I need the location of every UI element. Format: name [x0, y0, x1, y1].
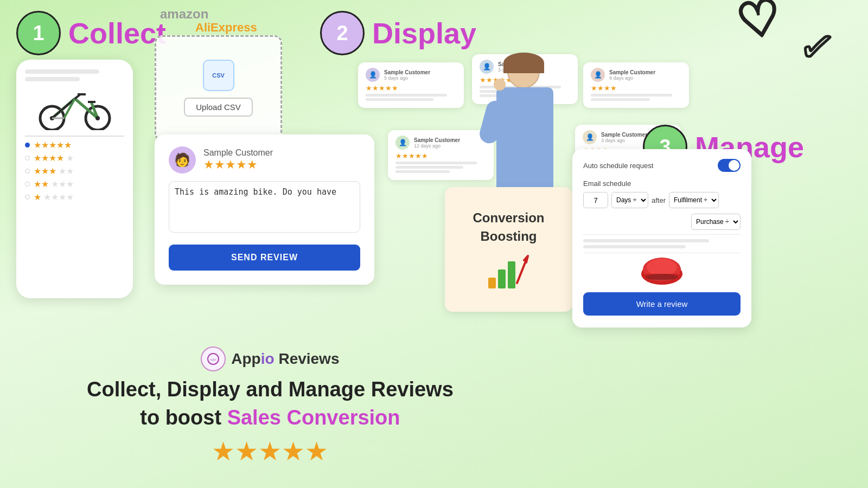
purchase-row: Purchase ÷: [583, 214, 741, 230]
dot-empty-2: [25, 169, 30, 174]
rc3-name: Sample Customer: [609, 69, 655, 75]
rc1-avatar: 👤: [366, 68, 380, 82]
fulfillment-select[interactable]: Fulfilment ÷: [669, 192, 719, 208]
days-input[interactable]: [583, 192, 608, 208]
dot-blue: [25, 143, 30, 147]
review-form-card: 🧑 Sample Customer ★★★★★ This is amazing …: [155, 134, 374, 285]
panel-divider-1: [583, 234, 741, 235]
step-1-circle: 1: [16, 11, 61, 55]
dot-empty-3: [25, 182, 30, 187]
toggle-knob: [729, 160, 739, 171]
write-review-button[interactable]: Write a review: [583, 292, 741, 316]
stars-row-2: ★★★★★: [25, 153, 124, 163]
logo-reviews: Reviews: [275, 350, 340, 367]
panel-divider-2: [583, 253, 741, 253]
deco-heart-icon: ♡: [733, 0, 785, 47]
days-select[interactable]: Days ÷: [611, 192, 648, 208]
svg-rect-13: [488, 278, 496, 288]
rc1-time: 5 days ago: [384, 75, 430, 81]
star-3: ★★★: [34, 166, 56, 176]
app-logo-icon: </>: [201, 346, 226, 371]
star-2: ★★★★: [34, 153, 64, 163]
bottom-section: </> Appio Reviews Collect, Display and M…: [87, 346, 454, 466]
step-2-circle: 2: [320, 11, 365, 55]
csv-file-icon: CSV: [212, 72, 225, 79]
svg-rect-14: [498, 269, 506, 288]
logo-svg: </>: [207, 353, 219, 365]
manage-panel: Auto schedule request Email schedule Day…: [572, 149, 751, 328]
panel-lines: [583, 239, 741, 248]
dot-empty-1: [25, 156, 30, 160]
csv-upload-box: CSV Upload CSV: [155, 35, 282, 141]
bottom-stars: ★★★★★: [87, 436, 454, 466]
auto-schedule-label: Auto schedule request: [583, 162, 653, 170]
rc1-name: Sample Customer: [384, 69, 430, 75]
purchase-select[interactable]: Purchase ÷: [691, 214, 741, 230]
rc3-lines: [591, 94, 681, 101]
rc3-stars: ★★★★: [591, 84, 681, 92]
phone-mock: ★★★★★ ★★★★★ ★★★★★ ★★★★★ ★★★★★: [16, 60, 133, 298]
svg-rect-15: [508, 261, 515, 288]
send-review-button[interactable]: SEND REVIEW: [169, 245, 360, 271]
rc1-stars: ★★★★★: [366, 84, 456, 92]
rc4-avatar: 👤: [395, 136, 410, 150]
section-collect: 1 Collect: [16, 11, 166, 55]
star-5: ★: [34, 192, 41, 202]
review-textarea[interactable]: This is amazing bike. Do you have: [169, 181, 360, 233]
display-header: 2 Display: [320, 11, 476, 55]
review-card-3: 👤 Sample Customer 9 days ago ★★★★: [583, 62, 689, 108]
svg-text:</>: </>: [210, 357, 217, 362]
svg-point-18: [647, 259, 677, 276]
reviewer-header: 🧑 Sample Customer ★★★★★: [169, 146, 360, 174]
stars-row-4: ★★★★★: [25, 179, 124, 189]
section-display: 2 Display: [320, 11, 476, 55]
rc1-lines: [366, 94, 456, 101]
after-text: after: [652, 196, 666, 204]
helmet-image: [637, 258, 686, 285]
phone-divider-1: [25, 136, 124, 137]
email-schedule-label: Email schedule: [583, 179, 741, 188]
chart-svg: [487, 251, 531, 288]
review-card-1: 👤 Sample Customer 5 days ago ★★★★★: [358, 62, 464, 108]
display-title: Display: [372, 16, 476, 50]
tagline-line1: Collect, Display and Manage Reviews: [87, 376, 454, 403]
phone-bar-1: [25, 69, 99, 74]
amazon-label: amazon: [160, 7, 208, 22]
conversion-boosting-card: Conversion Boosting: [445, 187, 572, 312]
logo-app: App: [231, 350, 260, 367]
aliexpress-label: AliExpress: [195, 21, 257, 35]
tagline: Collect, Display and Manage Reviews to b…: [87, 376, 454, 432]
rc3-avatar: 👤: [591, 68, 605, 82]
boosting-title: Boosting: [481, 229, 537, 244]
collect-header: 1 Collect: [16, 11, 166, 55]
reviewer-name: Sample Customer: [203, 148, 273, 158]
rc4-lines: [395, 162, 486, 173]
tagline-line2: to boost Sales Conversion: [87, 404, 454, 432]
stars-row-1: ★★★★★: [25, 140, 124, 150]
bike-image: [37, 87, 113, 130]
logo-io: io: [261, 350, 275, 367]
rc5-name: Sample Customer: [601, 132, 647, 138]
auto-schedule-row: Auto schedule request: [583, 159, 741, 172]
dot-empty-4: [25, 195, 30, 200]
upload-csv-button[interactable]: Upload CSV: [184, 98, 253, 117]
app-logo-row: </> Appio Reviews: [87, 346, 454, 371]
phone-bar-2: [25, 77, 80, 81]
app-logo-text: Appio Reviews: [231, 350, 339, 368]
stars-row-5: ★★★★★: [25, 192, 124, 202]
bike-svg: [37, 87, 113, 130]
conversion-title: Conversion: [473, 210, 544, 226]
rc4-stars: ★★★★★: [395, 152, 486, 160]
star-1: ★★★★★: [34, 140, 72, 150]
toggle-switch[interactable]: [718, 159, 741, 172]
svg-point-11: [95, 116, 100, 120]
reviewer-stars: ★★★★★: [203, 158, 273, 172]
svg-point-20: [646, 274, 678, 280]
tagline-to-boost: to boost: [140, 406, 227, 429]
schedule-row: Days ÷ after Fulfilment ÷: [583, 192, 741, 208]
csv-icon: CSV: [203, 60, 234, 91]
collect-title: Collect: [68, 16, 166, 50]
rc3-time: 9 days ago: [609, 75, 655, 81]
star-4: ★★: [34, 179, 49, 189]
stars-row-3: ★★★★★: [25, 166, 124, 176]
